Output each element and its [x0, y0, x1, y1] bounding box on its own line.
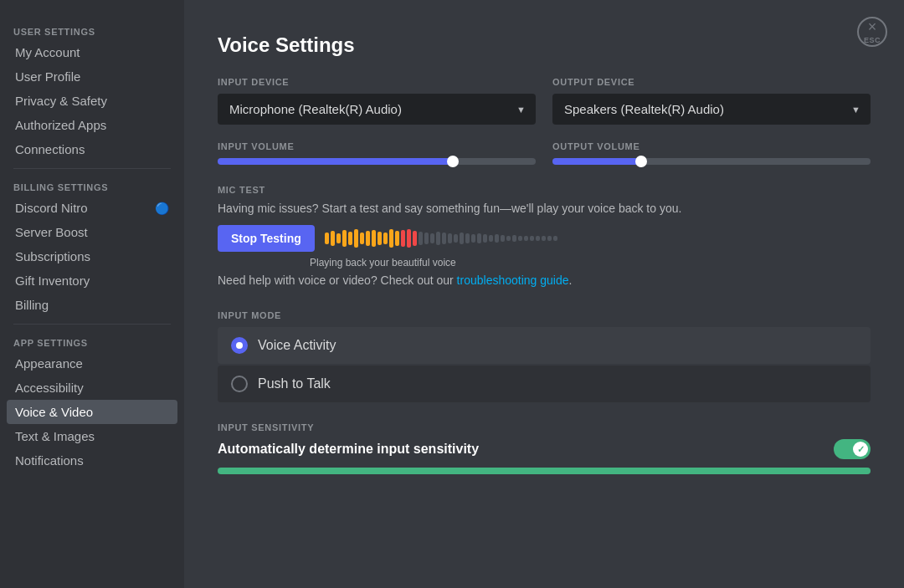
- input-device-select[interactable]: Microphone (Realtek(R) Audio): [218, 94, 536, 125]
- audio-bar: [389, 229, 393, 248]
- audio-bar: [436, 232, 440, 245]
- output-volume-label: OUTPUT VOLUME: [552, 141, 871, 151]
- close-icon: ×: [868, 19, 877, 34]
- billing-settings-label: BILLING SETTINGS: [7, 176, 177, 196]
- audio-bar: [378, 232, 382, 245]
- toggle-check-icon: ✓: [857, 444, 865, 455]
- auto-sensitivity-label: Automatically determine input sensitivit…: [218, 442, 479, 457]
- audio-bar: [430, 233, 434, 243]
- voice-activity-option[interactable]: Voice Activity: [218, 327, 871, 364]
- audio-bar: [489, 235, 493, 242]
- page-title: Voice Settings: [218, 33, 871, 57]
- input-mode-label: INPUT MODE: [218, 310, 871, 320]
- audio-bar: [424, 233, 429, 244]
- sidebar-item-appearance[interactable]: Appearance: [7, 351, 177, 376]
- sensitivity-row: Automatically determine input sensitivit…: [218, 439, 871, 459]
- mic-test-label: MIC TEST: [218, 185, 871, 195]
- sidebar-item-privacy-safety[interactable]: Privacy & Safety: [7, 89, 177, 113]
- stop-testing-button[interactable]: Stop Testing: [218, 225, 315, 252]
- audio-bar: [448, 233, 452, 243]
- audio-bar: [372, 230, 376, 247]
- close-button[interactable]: × ESC: [857, 17, 887, 47]
- sidebar-item-subscriptions[interactable]: Subscriptions: [7, 244, 177, 268]
- volume-row: INPUT VOLUME OUTPUT VOLUME: [218, 141, 871, 165]
- audio-bar: [518, 236, 522, 241]
- output-volume-slider[interactable]: [552, 158, 871, 165]
- audio-bar: [331, 231, 335, 246]
- audio-bar: [465, 233, 470, 243]
- audio-bar: [336, 233, 341, 243]
- audio-bar: [366, 231, 370, 246]
- input-volume-label: INPUT VOLUME: [218, 141, 536, 151]
- audio-bar: [419, 232, 423, 245]
- output-volume-thumb: [635, 156, 647, 167]
- audio-bar: [471, 234, 475, 243]
- user-settings-label: USER SETTINGS: [7, 20, 177, 40]
- audio-bar: [442, 233, 446, 244]
- audio-bar: [553, 236, 557, 241]
- mic-test-section: MIC TEST Having mic issues? Start a test…: [218, 185, 871, 287]
- output-device-select[interactable]: Speakers (Realtek(R) Audio): [552, 94, 871, 125]
- sidebar: USER SETTINGS My Account User Profile Pr…: [0, 0, 184, 588]
- sidebar-item-discord-nitro[interactable]: Discord Nitro 🔵: [7, 196, 177, 220]
- playback-label: Playing back your beautiful voice: [218, 257, 871, 268]
- input-device-label: INPUT DEVICE: [218, 77, 536, 87]
- audio-bar: [348, 232, 352, 245]
- audio-bar: [530, 236, 534, 241]
- audio-bar: [454, 234, 458, 243]
- audio-bar: [547, 236, 552, 241]
- sidebar-item-billing[interactable]: Billing: [7, 293, 177, 317]
- nitro-icon: 🔵: [155, 202, 169, 215]
- mic-test-desc: Having mic issues? Start a test and say …: [218, 202, 871, 215]
- output-device-label: OUTPUT DEVICE: [552, 77, 871, 87]
- input-sensitivity-section: INPUT SENSITIVITY Automatically determin…: [218, 422, 871, 474]
- audio-bar: [483, 234, 487, 243]
- input-volume-slider[interactable]: [218, 158, 536, 165]
- input-volume-thumb: [447, 156, 459, 167]
- sidebar-item-voice-video[interactable]: Voice & Video: [7, 400, 177, 424]
- sidebar-item-text-images[interactable]: Text & Images: [7, 424, 177, 448]
- audio-bar: [383, 233, 388, 244]
- audio-bar: [413, 231, 417, 246]
- input-device-col: INPUT DEVICE Microphone (Realtek(R) Audi…: [218, 77, 536, 125]
- device-row: INPUT DEVICE Microphone (Realtek(R) Audi…: [218, 77, 871, 125]
- push-to-talk-option[interactable]: Push to Talk: [218, 366, 871, 402]
- sensitivity-bar: [218, 468, 871, 474]
- audio-bar: [395, 231, 399, 246]
- main-content: × ESC Voice Settings INPUT DEVICE Microp…: [184, 0, 904, 588]
- audio-bar: [407, 229, 411, 248]
- sidebar-item-gift-inventory[interactable]: Gift Inventory: [7, 268, 177, 293]
- troubleshoot-link[interactable]: troubleshooting guide: [457, 274, 569, 287]
- output-device-col: OUTPUT DEVICE Speakers (Realtek(R) Audio…: [552, 77, 871, 125]
- sidebar-item-my-account[interactable]: My Account: [7, 40, 177, 64]
- sidebar-item-accessibility[interactable]: Accessibility: [7, 376, 177, 400]
- audio-bar: [354, 229, 358, 248]
- esc-label: ESC: [864, 36, 881, 44]
- sidebar-item-user-profile[interactable]: User Profile: [7, 64, 177, 89]
- billing-divider: [13, 168, 171, 169]
- audio-visualizer: [325, 229, 871, 248]
- audio-bar: [460, 233, 464, 244]
- audio-bar: [360, 233, 364, 244]
- audio-bar: [524, 236, 528, 241]
- auto-sensitivity-toggle[interactable]: ✓: [834, 439, 871, 459]
- audio-bar: [501, 235, 505, 242]
- input-mode-section: INPUT MODE Voice Activity Push to Talk: [218, 310, 871, 402]
- app-divider: [13, 324, 171, 325]
- sidebar-item-connections[interactable]: Connections: [7, 137, 177, 161]
- input-sensitivity-label: INPUT SENSITIVITY: [218, 422, 871, 432]
- audio-bar: [477, 233, 481, 243]
- output-volume-col: OUTPUT VOLUME: [552, 141, 871, 165]
- mic-test-row: Stop Testing: [218, 225, 871, 252]
- audio-bar: [401, 230, 405, 247]
- audio-bar: [512, 235, 516, 242]
- app-settings-label: APP SETTINGS: [7, 331, 177, 351]
- audio-bar: [536, 236, 540, 241]
- sidebar-item-authorized-apps[interactable]: Authorized Apps: [7, 113, 177, 137]
- push-to-talk-radio: [231, 376, 248, 392]
- sidebar-item-notifications[interactable]: Notifications: [7, 448, 177, 473]
- troubleshoot-text: Need help with voice or video? Check out…: [218, 274, 871, 287]
- audio-bar: [506, 236, 511, 241]
- sidebar-item-server-boost[interactable]: Server Boost: [7, 220, 177, 244]
- audio-bar: [325, 233, 329, 244]
